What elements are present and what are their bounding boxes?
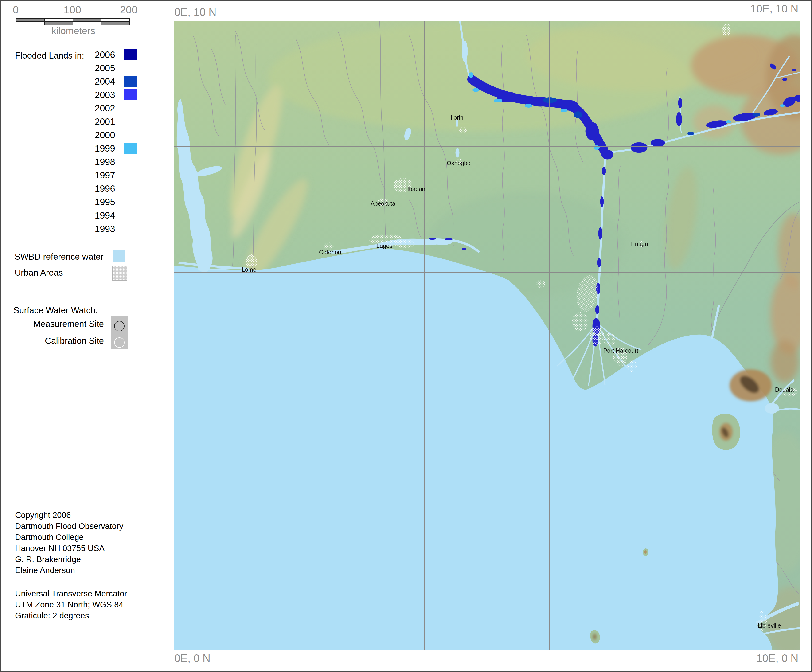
map-image bbox=[174, 20, 800, 650]
corner-label-top-right: 10E, 10 N bbox=[750, 2, 798, 15]
credits-block: Copyright 2006Dartmouth Flood Observator… bbox=[15, 509, 123, 576]
scale-bar-segment bbox=[44, 18, 73, 22]
urban-areas-swatch bbox=[112, 266, 127, 281]
legend-year-label: 2004 bbox=[83, 76, 115, 87]
legend-year-label: 2000 bbox=[83, 130, 115, 140]
measurement-site-icon bbox=[114, 321, 125, 331]
site-symbols-box bbox=[111, 316, 128, 349]
corner-label-bottom-right: 10E, 0 N bbox=[756, 652, 798, 665]
text-line: Dartmouth Flood Observatory bbox=[15, 520, 123, 532]
legend-year-label: 1997 bbox=[83, 170, 115, 181]
flooded-years-list: 2006200520042003200220012000199919981997… bbox=[83, 48, 137, 235]
corner-label-top-left: 0E, 10 N bbox=[174, 6, 217, 18]
scale-bar-segment bbox=[73, 22, 101, 25]
legend-year-label: 1995 bbox=[83, 197, 115, 207]
scale-unit-label: kilometers bbox=[51, 26, 96, 36]
text-line: Hanover NH 03755 USA bbox=[15, 542, 123, 554]
legend-year-row: 1998 bbox=[83, 155, 137, 169]
calibration-site-icon bbox=[114, 338, 125, 348]
legend-year-label: 2006 bbox=[83, 49, 115, 60]
scale-tick-100: 100 bbox=[63, 4, 81, 16]
legend-year-row: 2003 bbox=[83, 88, 137, 102]
flooded-lands-title: Flooded Lands in: bbox=[15, 51, 84, 61]
legend-year-label: 1994 bbox=[83, 210, 115, 221]
legend-year-label: 1996 bbox=[83, 184, 115, 194]
calibration-site-label: Calibration Site bbox=[0, 336, 104, 346]
legend-year-row: 1994 bbox=[83, 209, 137, 222]
legend-year-row: 2001 bbox=[83, 115, 137, 128]
text-line: Universal Transverse Mercator bbox=[15, 588, 127, 599]
legend-year-label: 2001 bbox=[83, 116, 115, 127]
flood-map-page: 0 100 200 kilometers Flooded Lands in: 2… bbox=[0, 0, 812, 672]
scale-bar-segment bbox=[101, 22, 130, 25]
legend-year-row: 2005 bbox=[83, 61, 137, 75]
legend-year-row: 2006 bbox=[83, 48, 137, 61]
scale-bar-segment bbox=[44, 22, 73, 25]
swbd-label: SWBD reference water bbox=[15, 252, 103, 262]
text-line: Graticule: 2 degrees bbox=[15, 610, 127, 621]
legend-year-row: 1995 bbox=[83, 195, 137, 209]
legend-year-row: 1993 bbox=[83, 222, 137, 235]
scale-bar-segment bbox=[16, 22, 44, 25]
legend-year-swatch bbox=[124, 89, 137, 100]
projection-block: Universal Transverse MercatorUTM Zone 31… bbox=[15, 588, 127, 621]
map-svg bbox=[174, 20, 800, 650]
text-line: Copyright 2006 bbox=[15, 509, 123, 520]
legend-year-label: 1998 bbox=[83, 157, 115, 167]
legend-year-row: 2002 bbox=[83, 102, 137, 115]
scale-tick-200: 200 bbox=[120, 4, 137, 16]
legend-year-row: 1999 bbox=[83, 142, 137, 155]
urban-areas-label: Urban Areas bbox=[15, 268, 63, 278]
legend-year-label: 1999 bbox=[83, 143, 115, 154]
surface-water-watch-title: Surface Water Watch: bbox=[14, 305, 98, 316]
scale-tick-0: 0 bbox=[13, 4, 19, 16]
measurement-site-label: Measurement Site bbox=[0, 319, 104, 329]
swbd-swatch bbox=[113, 251, 125, 262]
text-line: G. R. Brakenridge bbox=[15, 554, 123, 565]
legend-year-row: 2004 bbox=[83, 75, 137, 88]
legend-year-label: 1993 bbox=[83, 224, 115, 234]
scale-bar-segment bbox=[73, 18, 101, 22]
legend-year-label: 2003 bbox=[83, 90, 115, 100]
text-line: Dartmouth College bbox=[15, 532, 123, 542]
legend-year-label: 2005 bbox=[83, 63, 115, 73]
scale-bar-group: 0 100 200 kilometers bbox=[0, 0, 174, 40]
legend-year-swatch bbox=[124, 76, 137, 87]
legend-year-swatch bbox=[124, 143, 137, 154]
text-line: UTM Zone 31 North; WGS 84 bbox=[15, 599, 127, 610]
legend-year-row: 1996 bbox=[83, 182, 137, 195]
legend-year-row: 1997 bbox=[83, 169, 137, 182]
legend-year-row: 2000 bbox=[83, 128, 137, 142]
scale-bar bbox=[16, 18, 130, 26]
mount-cameroon bbox=[730, 369, 772, 401]
scale-bar-segment bbox=[16, 18, 44, 22]
scale-bar-segment bbox=[101, 18, 130, 22]
corner-label-bottom-left: 0E, 0 N bbox=[174, 652, 210, 665]
legend-year-swatch bbox=[124, 49, 137, 60]
legend-year-label: 2002 bbox=[83, 103, 115, 114]
text-line: Elaine Anderson bbox=[15, 565, 123, 576]
